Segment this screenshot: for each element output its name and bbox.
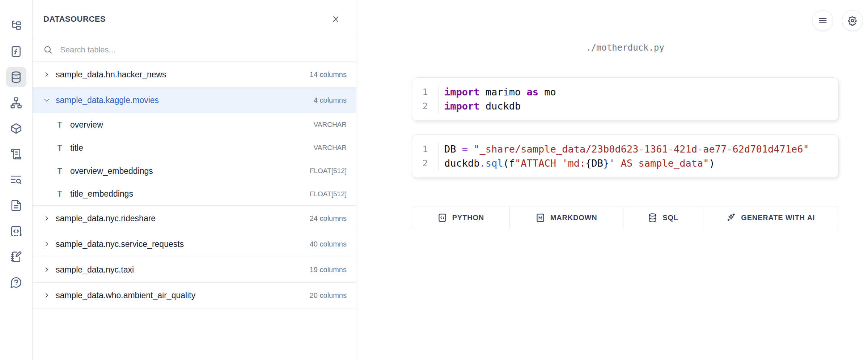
text-search-icon: [10, 173, 22, 186]
code-line: 2 import duckdb: [412, 99, 838, 113]
text-type-icon: T: [56, 167, 64, 176]
line-number: 1: [412, 142, 439, 156]
function-icon: [10, 45, 22, 58]
column-name: overview: [70, 120, 309, 130]
code-text: import duckdb: [439, 100, 521, 112]
code-cell-attach-db[interactable]: 1 DB = "_share/sample_data/23b0d623-1361…: [412, 134, 838, 178]
column-type: FLOAT[512]: [310, 190, 347, 198]
settings-button[interactable]: [842, 10, 863, 31]
sidebar-snippets-button[interactable]: [6, 221, 26, 241]
datasources-header: DATASOURCES: [33, 0, 356, 38]
search-tables-input[interactable]: [60, 45, 347, 55]
chevron-right-icon: [43, 241, 50, 247]
code-text: import marimo as mo: [439, 86, 556, 98]
add-python-cell-button[interactable]: PYTHON: [412, 206, 510, 229]
column-count: 4 columns: [314, 96, 347, 104]
database-icon: [10, 71, 22, 83]
column-row[interactable]: T title VARCHAR: [33, 136, 356, 159]
table-row[interactable]: sample_data.nyc.service_requests 40 colu…: [33, 231, 356, 257]
table-name: sample_data.who.ambient_air_quality: [56, 291, 305, 300]
document-icon: [10, 199, 22, 212]
column-count: 14 columns: [310, 70, 347, 79]
code-line: 2 duckdb.sql(f"ATTACH 'md:{DB}' AS sampl…: [412, 156, 838, 170]
line-number: 2: [412, 99, 439, 113]
line-number: 1: [412, 85, 439, 99]
table-row-selected[interactable]: sample_data.kaggle.movies 4 columns: [33, 87, 356, 113]
column-count: 20 columns: [310, 291, 347, 300]
text-type-icon: T: [56, 189, 64, 198]
table-name: sample_data.kaggle.movies: [56, 95, 309, 105]
line-number: 2: [412, 156, 439, 170]
notebook-content: ./motherduck.py 1 import marimo as mo 2 …: [412, 0, 838, 229]
column-row[interactable]: T overview VARCHAR: [33, 113, 356, 136]
sidebar-trace-search-button[interactable]: [6, 170, 26, 190]
marimo-app: DATASOURCES sample_data.hn.hacker_news 1…: [0, 0, 868, 360]
sidebar-file-tree-button[interactable]: [6, 16, 26, 36]
add-markdown-label: MARKDOWN: [550, 214, 597, 222]
column-name: title_embeddings: [70, 189, 305, 199]
close-icon: [331, 15, 340, 23]
file-tree-icon: [10, 20, 22, 32]
search-icon: [43, 45, 53, 55]
chevron-right-icon: [43, 292, 50, 299]
notebook-main: ./motherduck.py 1 import marimo as mo 2 …: [356, 0, 868, 360]
chevron-right-icon: [43, 266, 50, 273]
code-text: duckdb.sql(f"ATTACH 'md:{DB}' AS sample_…: [439, 158, 715, 169]
add-markdown-cell-button[interactable]: MARKDOWN: [510, 206, 623, 229]
panel-title: DATASOURCES: [43, 14, 106, 24]
table-row[interactable]: sample_data.hn.hacker_news 14 columns: [33, 62, 356, 87]
column-row[interactable]: T title_embeddings FLOAT[512]: [33, 183, 356, 206]
table-row[interactable]: sample_data.nyc.taxi 19 columns: [33, 257, 356, 283]
datasources-panel: DATASOURCES sample_data.hn.hacker_news 1…: [33, 0, 356, 360]
sidebar-packages-button[interactable]: [6, 118, 26, 138]
column-count: 24 columns: [310, 214, 347, 223]
text-type-icon: T: [56, 120, 64, 129]
sidebar-dependencies-button[interactable]: [6, 93, 26, 113]
sidebar-documentation-button[interactable]: [6, 195, 26, 215]
add-sql-label: SQL: [662, 214, 678, 222]
table-search: [33, 38, 356, 62]
table-row[interactable]: sample_data.nyc.rideshare 24 columns: [33, 206, 356, 231]
text-type-icon: T: [56, 143, 64, 153]
close-panel-button[interactable]: [329, 12, 343, 26]
snippets-icon: [10, 225, 22, 237]
database-icon: [648, 213, 657, 223]
add-cell-bar: PYTHON MARKDOWN SQL: [412, 206, 838, 229]
sparkles-icon: [726, 213, 736, 223]
chevron-right-icon: [43, 71, 50, 78]
table-row[interactable]: sample_data.who.ambient_air_quality 20 c…: [33, 283, 356, 308]
code-cell-imports[interactable]: 1 import marimo as mo 2 import duckdb: [412, 77, 838, 121]
help-icon: [10, 276, 22, 289]
add-python-label: PYTHON: [452, 214, 484, 222]
package-icon: [10, 122, 22, 135]
notebook-filename[interactable]: ./motherduck.py: [412, 43, 838, 53]
sidebar-datasources-button[interactable]: [6, 67, 26, 87]
sitemap-icon: [10, 97, 22, 109]
scratchpad-icon: [10, 250, 22, 263]
sidebar-scratchpad-button[interactable]: [6, 247, 26, 267]
column-count: 40 columns: [310, 240, 347, 248]
column-row[interactable]: T overview_embeddings FLOAT[512]: [33, 159, 356, 183]
table-name: sample_data.hn.hacker_news: [56, 70, 305, 80]
column-type: VARCHAR: [314, 144, 347, 152]
sidebar-logs-button[interactable]: [6, 144, 26, 164]
sidebar-functions-button[interactable]: [6, 41, 26, 61]
code-line: 1 DB = "_share/sample_data/23b0d623-1361…: [412, 142, 838, 156]
gear-icon: [847, 16, 858, 26]
column-name: title: [70, 143, 309, 153]
code-line: 1 import marimo as mo: [412, 85, 838, 99]
table-name: sample_data.nyc.rideshare: [56, 214, 305, 223]
chevron-right-icon: [43, 215, 50, 222]
code-square-icon: [437, 213, 447, 223]
table-list: sample_data.hn.hacker_news 14 columns sa…: [33, 62, 356, 360]
generate-with-ai-button[interactable]: GENERATE WITH AI: [703, 206, 838, 229]
table-name: sample_data.nyc.service_requests: [56, 239, 305, 249]
column-type: VARCHAR: [314, 121, 347, 129]
sidebar-help-button[interactable]: [6, 272, 26, 292]
column-count: 19 columns: [310, 266, 347, 274]
column-name: overview_embeddings: [70, 166, 305, 176]
markdown-icon: [535, 213, 545, 223]
activity-sidebar: [0, 0, 33, 360]
scroll-icon: [10, 148, 22, 160]
add-sql-cell-button[interactable]: SQL: [623, 206, 703, 229]
